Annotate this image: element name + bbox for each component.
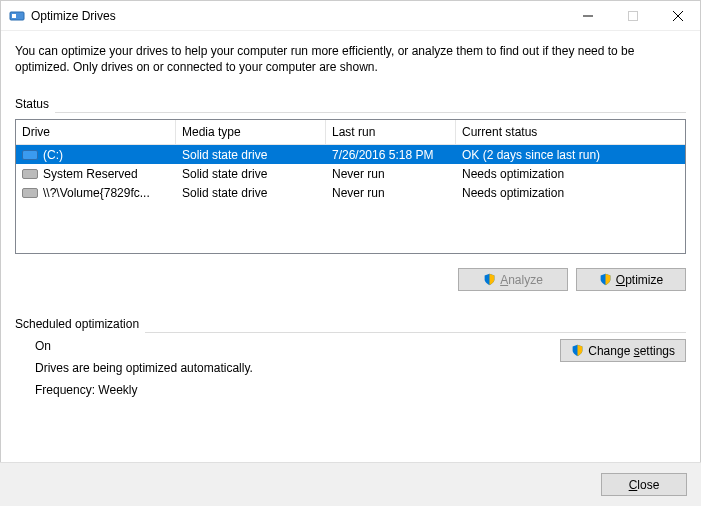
minimize-button[interactable] [565, 1, 610, 30]
last-run: Never run [326, 186, 456, 200]
table-row[interactable]: (C:) Solid state drive 7/26/2016 5:18 PM… [16, 145, 685, 164]
drive-table[interactable]: Drive Media type Last run Current status… [15, 119, 686, 254]
window-controls [565, 1, 700, 30]
col-last-run[interactable]: Last run [326, 120, 456, 144]
change-settings-button[interactable]: Change settings [560, 339, 686, 362]
divider [55, 112, 686, 113]
app-icon [9, 8, 25, 24]
shield-icon [571, 344, 584, 357]
col-media[interactable]: Media type [176, 120, 326, 144]
status-buttons: Analyze Optimize [15, 268, 686, 291]
close-button[interactable]: Close [601, 473, 687, 496]
table-row[interactable]: \\?\Volume{7829fc... Solid state drive N… [16, 183, 685, 202]
last-run: Never run [326, 167, 456, 181]
titlebar: Optimize Drives [1, 1, 700, 31]
schedule-desc: Drives are being optimized automatically… [35, 361, 253, 375]
table-header: Drive Media type Last run Current status [16, 120, 685, 145]
status-label: Status [15, 97, 49, 111]
shield-icon [483, 273, 496, 286]
optimize-button[interactable]: Optimize [576, 268, 686, 291]
intro-text: You can optimize your drives to help you… [15, 43, 686, 75]
last-run: 7/26/2016 5:18 PM [326, 148, 456, 162]
media-type: Solid state drive [176, 186, 326, 200]
svg-rect-3 [628, 11, 637, 20]
drive-icon [22, 188, 38, 198]
analyze-label: nalyze [508, 273, 543, 287]
window-title: Optimize Drives [31, 9, 565, 23]
content-area: You can optimize your drives to help you… [1, 31, 700, 397]
schedule-freq: Frequency: Weekly [35, 383, 253, 397]
media-type: Solid state drive [176, 148, 326, 162]
maximize-button[interactable] [610, 1, 655, 30]
drive-name: (C:) [43, 148, 63, 162]
col-current-status[interactable]: Current status [456, 120, 685, 144]
divider [145, 332, 686, 333]
col-drive[interactable]: Drive [16, 120, 176, 144]
current-status: Needs optimization [456, 167, 685, 181]
drive-icon [22, 169, 38, 179]
analyze-button[interactable]: Analyze [458, 268, 568, 291]
drive-icon [22, 150, 38, 160]
drive-name: \\?\Volume{7829fc... [43, 186, 150, 200]
schedule-section: On Drives are being optimized automatica… [15, 339, 686, 397]
schedule-state: On [35, 339, 253, 353]
current-status: OK (2 days since last run) [456, 148, 685, 162]
drive-name: System Reserved [43, 167, 138, 181]
shield-icon [599, 273, 612, 286]
schedule-label: Scheduled optimization [15, 317, 139, 331]
schedule-group-header: Scheduled optimization [15, 317, 686, 331]
current-status: Needs optimization [456, 186, 685, 200]
media-type: Solid state drive [176, 167, 326, 181]
optimize-label: ptimize [625, 273, 663, 287]
table-row[interactable]: System Reserved Solid state drive Never … [16, 164, 685, 183]
close-window-button[interactable] [655, 1, 700, 30]
status-group-header: Status [15, 97, 686, 111]
svg-rect-1 [12, 14, 16, 18]
footer: Close [0, 462, 701, 506]
